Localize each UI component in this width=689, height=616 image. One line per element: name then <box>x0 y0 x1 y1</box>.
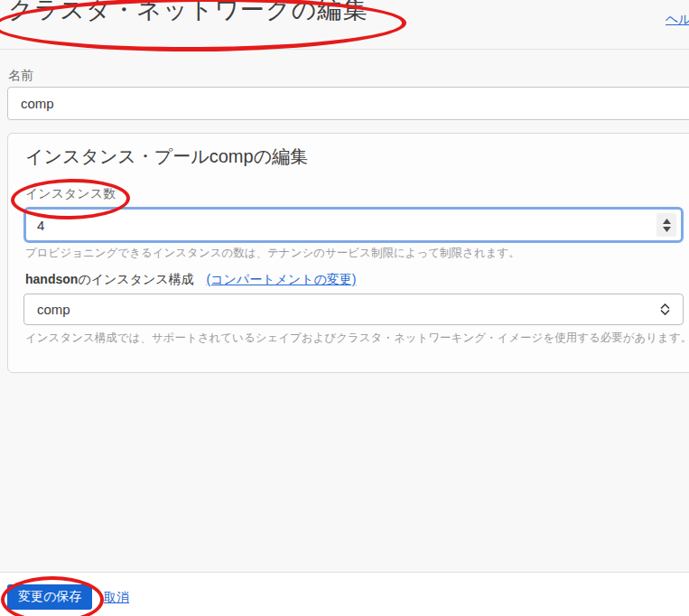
instance-config-help-text: インスタンス構成では、サポートされているシェイプおよびクラスタ・ネットワーキング… <box>25 331 689 346</box>
instance-config-selected-value: comp <box>24 302 660 317</box>
instance-config-select[interactable]: comp <box>23 294 684 325</box>
instance-config-label: handsonのインスタンス構成 (コンパートメントの変更) <box>25 272 356 288</box>
instance-pool-heading: インスタンス・プールcompの編集 <box>25 145 308 169</box>
header-divider <box>0 49 689 50</box>
instance-config-help-body: インスタンス構成では、サポートされているシェイプおよびクラスタ・ネットワーキング… <box>25 331 689 344</box>
instance-count-field <box>23 207 684 243</box>
cancel-link[interactable]: 取消 <box>104 590 129 606</box>
instance-count-label: インスタンス数 <box>25 186 116 202</box>
chevron-up-down-icon <box>660 303 670 315</box>
stepper-down-icon[interactable] <box>663 227 671 232</box>
name-field-label: 名前 <box>8 68 33 84</box>
page-title: クラスタ・ネットワークの編集 <box>8 0 368 26</box>
compartment-name-label: handson <box>25 272 78 286</box>
instance-count-help-text: プロビジョニングできるインスタンスの数は、テナンシのサービス制限によって制限され… <box>25 246 520 261</box>
footer-divider <box>0 572 689 573</box>
edit-cluster-network-dialog: クラスタ・ネットワークの編集 ヘルプ 名前 インスタンス・プールcompの編集 … <box>0 0 689 616</box>
help-link[interactable]: ヘルプ <box>666 12 689 28</box>
number-stepper[interactable] <box>656 213 676 237</box>
instance-count-input[interactable] <box>26 209 656 241</box>
save-button[interactable]: 変更の保存 <box>7 584 92 610</box>
stepper-up-icon[interactable] <box>663 219 671 224</box>
name-input[interactable] <box>7 87 689 120</box>
instance-config-label-rest: のインスタンス構成 <box>78 272 193 286</box>
change-compartment-link[interactable]: (コンパートメントの変更) <box>207 272 357 286</box>
